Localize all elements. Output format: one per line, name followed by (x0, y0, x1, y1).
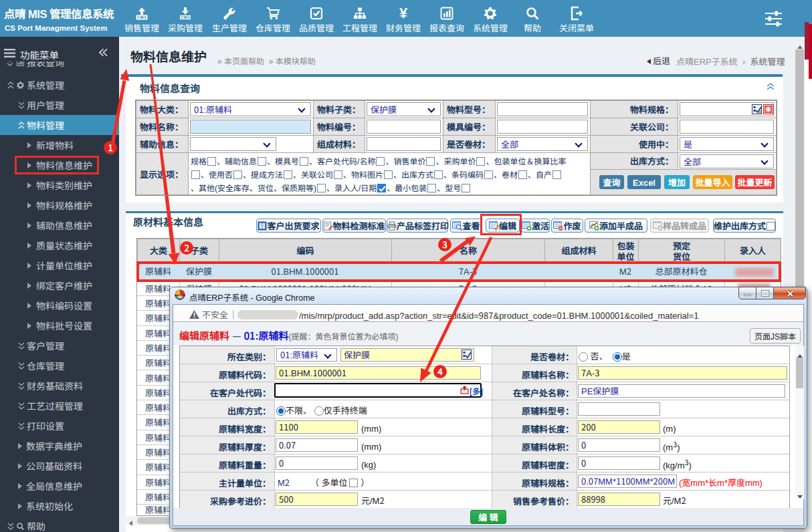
svg-text:¥: ¥ (399, 6, 408, 21)
